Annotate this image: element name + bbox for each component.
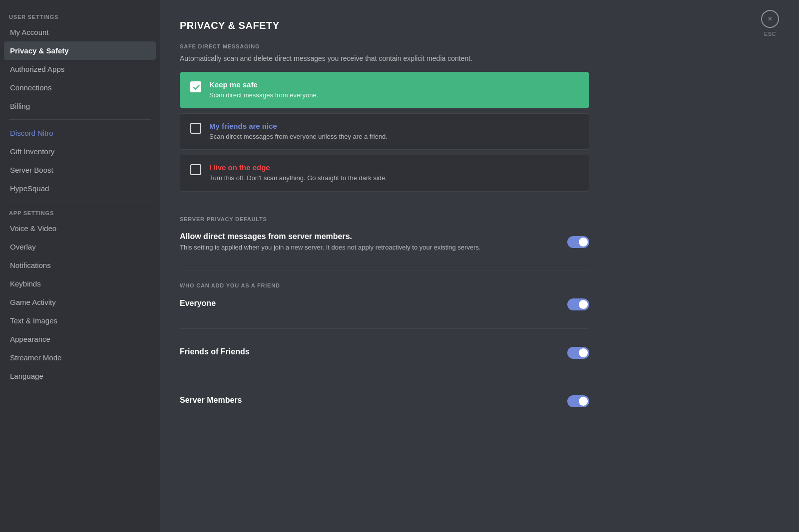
option-content-friends-nice: My friends are nice Scan direct messages… xyxy=(209,122,388,141)
option-content-live-edge: I live on the edge Turn this off. Don't … xyxy=(209,163,387,183)
toggle-server-members[interactable] xyxy=(567,395,589,407)
sidebar-item-appearance[interactable]: Appearance xyxy=(4,330,156,348)
divider-4 xyxy=(180,377,589,377)
option-desc-live-edge: Turn this off. Don't scan anything. Go s… xyxy=(209,174,387,183)
who-can-add-section-label: WHO CAN ADD YOU AS A FRIEND xyxy=(180,282,589,288)
safe-dm-section-label: SAFE DIRECT MESSAGING xyxy=(180,43,589,49)
safe-dm-description: Automatically scan and delete direct mes… xyxy=(180,53,589,64)
toggle-desc-allow-dms: This setting is applied when you join a … xyxy=(180,243,481,252)
sidebar-item-authorized-apps[interactable]: Authorized Apps xyxy=(4,60,156,78)
divider-1 xyxy=(180,204,589,204)
option-desc-friends-nice: Scan direct messages from everyone unles… xyxy=(209,132,388,141)
main-area: PRIVACY & SAFETY SAFE DIRECT MESSAGING A… xyxy=(160,0,799,532)
toggle-row-everyone: Everyone xyxy=(180,292,589,316)
page-title: PRIVACY & SAFETY xyxy=(180,20,589,31)
sidebar-item-privacy-safety[interactable]: Privacy & Safety xyxy=(4,41,156,60)
toggle-title-server-members: Server Members xyxy=(180,396,242,405)
sidebar-item-text-images[interactable]: Text & Images xyxy=(4,311,156,330)
divider-2 xyxy=(180,270,589,270)
esc-label: ESC xyxy=(764,31,776,37)
option-live-edge[interactable]: I live on the edge Turn this off. Don't … xyxy=(180,155,589,191)
sidebar-item-connections[interactable]: Connections xyxy=(4,78,156,97)
toggle-title-friends-of-friends: Friends of Friends xyxy=(180,347,250,356)
option-friends-nice[interactable]: My friends are nice Scan direct messages… xyxy=(180,113,589,150)
option-checkbox-friends-nice xyxy=(190,123,201,134)
sidebar-item-keybinds[interactable]: Keybinds xyxy=(4,274,156,293)
sidebar-item-game-activity[interactable]: Game Activity xyxy=(4,293,156,311)
option-checkbox-live-edge xyxy=(190,164,201,175)
toggle-info-everyone: Everyone xyxy=(180,299,216,310)
sidebar-item-language[interactable]: Language xyxy=(4,367,156,385)
sidebar-item-my-account[interactable]: My Account xyxy=(4,23,156,41)
toggle-allow-dms[interactable] xyxy=(567,236,589,248)
sidebar-item-hypesquad[interactable]: HypeSquad xyxy=(4,179,156,198)
sidebar-item-notifications[interactable]: Notifications xyxy=(4,256,156,274)
option-content-keep-safe: Keep me safe Scan direct messages from e… xyxy=(209,80,318,100)
toggle-title-allow-dms: Allow direct messages from server member… xyxy=(180,232,481,241)
toggle-info-server-members: Server Members xyxy=(180,396,242,407)
sidebar-divider-2 xyxy=(9,202,151,202)
option-keep-safe[interactable]: Keep me safe Scan direct messages from e… xyxy=(180,72,589,108)
sidebar-item-discord-nitro[interactable]: Discord Nitro xyxy=(4,124,156,142)
option-desc-keep-safe: Scan direct messages from everyone. xyxy=(209,91,318,100)
toggle-knob-everyone xyxy=(579,300,588,309)
toggle-everyone[interactable] xyxy=(567,298,589,310)
server-privacy-section-label: SERVER PRIVACY DEFAULTS xyxy=(180,216,589,222)
toggle-knob-allow-dms xyxy=(579,238,588,247)
toggle-knob-server-members xyxy=(579,397,588,406)
sidebar: USER SETTINGS My Account Privacy & Safet… xyxy=(0,0,160,532)
toggle-row-friends-of-friends: Friends of Friends xyxy=(180,341,589,365)
toggle-friends-of-friends[interactable] xyxy=(567,347,589,359)
sidebar-divider-1 xyxy=(9,119,151,120)
divider-3 xyxy=(180,328,589,329)
toggle-title-everyone: Everyone xyxy=(180,299,216,308)
sidebar-item-streamer-mode[interactable]: Streamer Mode xyxy=(4,348,156,367)
app-settings-section-label: APP SETTINGS xyxy=(4,206,156,218)
option-title-friends-nice: My friends are nice xyxy=(209,122,388,130)
close-button[interactable]: × xyxy=(761,10,779,28)
option-title-live-edge: I live on the edge xyxy=(209,163,387,172)
sidebar-item-overlay[interactable]: Overlay xyxy=(4,238,156,256)
user-settings-section-label: USER SETTINGS xyxy=(4,10,156,22)
sidebar-item-server-boost[interactable]: Server Boost xyxy=(4,161,156,179)
sidebar-item-billing[interactable]: Billing xyxy=(4,97,156,115)
content-panel: PRIVACY & SAFETY SAFE DIRECT MESSAGING A… xyxy=(160,0,609,532)
toggle-row-allow-dms: Allow direct messages from server member… xyxy=(180,226,589,258)
toggle-info-friends-of-friends: Friends of Friends xyxy=(180,347,250,358)
option-checkbox-keep-safe xyxy=(190,81,201,92)
toggle-row-server-members: Server Members xyxy=(180,389,589,413)
toggle-info-allow-dms: Allow direct messages from server member… xyxy=(180,232,481,252)
option-title-keep-safe: Keep me safe xyxy=(209,80,318,89)
sidebar-item-voice-video[interactable]: Voice & Video xyxy=(4,219,156,238)
toggle-knob-friends-of-friends xyxy=(579,348,588,357)
sidebar-item-gift-inventory[interactable]: Gift Inventory xyxy=(4,142,156,161)
right-spacer xyxy=(609,0,709,532)
